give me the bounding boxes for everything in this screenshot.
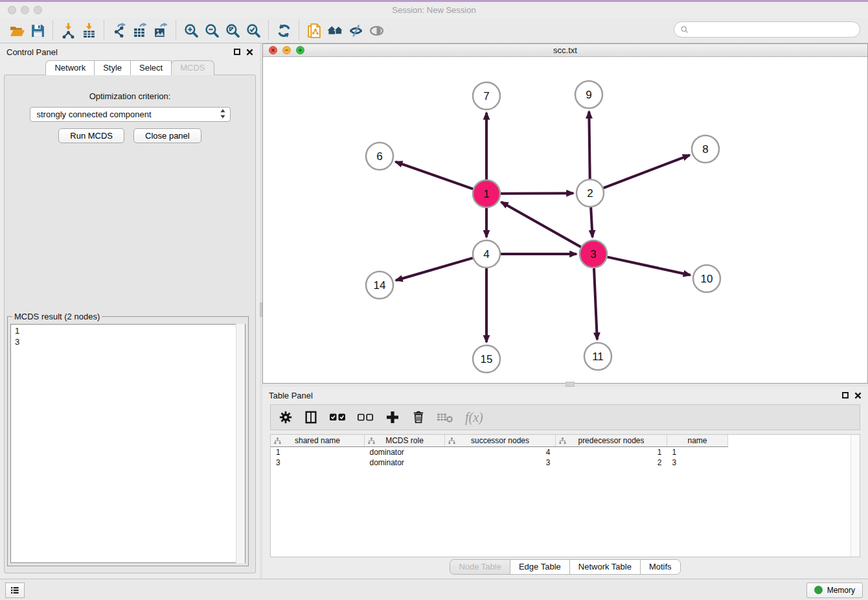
graph-edge-1-2[interactable] (501, 193, 573, 194)
table-cell[interactable]: dominator (365, 447, 445, 458)
network-canvas[interactable]: 1234678910111415 (263, 57, 867, 383)
graph-edge-2-9[interactable] (589, 111, 589, 179)
zoom-selected-button[interactable] (243, 20, 264, 41)
table-cell[interactable]: 3 (271, 457, 365, 468)
graph-node-15[interactable]: 15 (473, 345, 500, 373)
add-column-button[interactable] (385, 408, 400, 426)
unselect-all-columns-button[interactable] (357, 408, 374, 426)
float-panel-icon[interactable] (842, 392, 849, 398)
show-graphics-details-button[interactable] (366, 20, 387, 41)
graph-node-2[interactable]: 2 (577, 179, 604, 207)
table-cell[interactable]: 3 (667, 457, 728, 468)
maximize-icon[interactable] (34, 6, 42, 14)
graph-edge-4-14[interactable] (396, 258, 473, 281)
splitter-grip[interactable] (565, 382, 575, 387)
close-panel-icon[interactable] (246, 49, 253, 56)
result-scrollbar[interactable] (236, 324, 245, 563)
close-icon[interactable] (269, 46, 277, 54)
delete-table-button[interactable] (437, 408, 454, 426)
table-cell[interactable]: 3 (445, 457, 556, 468)
zoom-fit-button[interactable] (222, 20, 243, 41)
table-row[interactable]: 3dominator323 (271, 457, 728, 468)
graph-edge-1-6[interactable] (396, 162, 474, 189)
graph-edge-3-1[interactable] (501, 202, 581, 247)
table-cell[interactable]: 1 (556, 447, 667, 458)
search-box[interactable] (674, 21, 860, 38)
import-network-button[interactable] (58, 20, 78, 41)
graph-node-3[interactable]: 3 (580, 240, 607, 268)
memory-button[interactable]: Memory (806, 583, 863, 598)
graph-node-11[interactable]: 11 (584, 343, 611, 370)
search-input[interactable] (692, 24, 854, 35)
close-icon[interactable] (8, 6, 16, 14)
table-cell[interactable]: 2 (556, 457, 667, 468)
graph-edge-3-10[interactable] (607, 257, 690, 275)
graph-edge-2-3[interactable] (591, 207, 592, 237)
maximize-icon[interactable] (296, 46, 304, 54)
network-window-titlebar[interactable]: scc.txt (263, 44, 867, 57)
graph-node-4[interactable]: 4 (473, 240, 500, 268)
graph-node-14[interactable]: 14 (366, 271, 393, 299)
column-header-name[interactable]: name (667, 435, 728, 447)
run-mcds-button[interactable]: Run MCDS (58, 128, 124, 143)
split-panel-button[interactable] (304, 408, 318, 426)
settings-button[interactable] (279, 408, 293, 426)
column-header-shared-name[interactable]: shared name (271, 435, 365, 447)
apply-layout-button[interactable] (273, 20, 294, 41)
tab-network[interactable]: Network (45, 60, 95, 75)
delete-column-button[interactable] (411, 408, 426, 426)
column-header-successor-nodes[interactable]: successor nodes (445, 435, 556, 447)
column-header-MCDS-role[interactable]: MCDS role (365, 435, 445, 447)
graph-node-7[interactable]: 7 (473, 82, 500, 110)
table-cell[interactable]: dominator (365, 457, 445, 468)
graph-edge-3-11[interactable] (594, 268, 597, 340)
table-toolbar: f(x) (270, 404, 860, 430)
tab-node-table[interactable]: Node Table (450, 559, 510, 575)
export-network-button[interactable] (109, 20, 130, 41)
table-cell[interactable]: 1 (667, 447, 728, 458)
table-row[interactable]: 1dominator411 (271, 447, 728, 458)
new-network-button[interactable] (304, 20, 325, 41)
tab-network-table[interactable]: Network Table (569, 559, 641, 575)
select-all-columns-button[interactable] (329, 408, 346, 426)
tab-edge-table[interactable]: Edge Table (510, 559, 570, 575)
graph-node-9[interactable]: 9 (575, 81, 602, 108)
minimize-icon[interactable] (21, 6, 29, 14)
save-session-button[interactable] (27, 20, 48, 41)
table-scrollbar[interactable] (851, 435, 860, 557)
table-cell[interactable]: 1 (271, 447, 365, 458)
table-cell[interactable]: 4 (445, 447, 556, 458)
tab-motifs[interactable]: Motifs (640, 559, 681, 575)
float-panel-icon[interactable] (234, 49, 240, 55)
export-image-button[interactable] (150, 20, 171, 41)
zoom-out-button[interactable] (201, 20, 222, 41)
zoom-in-button[interactable] (181, 20, 201, 41)
close-panel-icon[interactable] (854, 392, 862, 399)
close-panel-button[interactable]: Close panel (133, 128, 201, 143)
home-button[interactable] (325, 20, 345, 41)
import-table-button[interactable] (78, 20, 99, 41)
graph-node-10[interactable]: 10 (693, 265, 720, 292)
optimization-criterion-select[interactable]: strongly connected component (30, 107, 231, 122)
import-table-icon (81, 23, 97, 39)
tab-style[interactable]: Style (94, 60, 131, 75)
graph-node-1[interactable]: 1 (473, 180, 500, 207)
function-builder-button[interactable]: f(x) (465, 408, 483, 426)
memory-label: Memory (827, 586, 855, 595)
tab-mcds[interactable]: MCDS (171, 60, 214, 75)
graph-node-6[interactable]: 6 (366, 143, 393, 170)
hide-graphics-details-button[interactable] (345, 20, 366, 41)
graph-edge-2-8[interactable] (604, 155, 690, 188)
mcds-result-text[interactable]: 1 3 (10, 324, 246, 563)
export-table-button[interactable] (130, 20, 150, 41)
open-session-button[interactable] (6, 20, 27, 41)
graph-node-8[interactable]: 8 (692, 135, 719, 163)
vertical-splitter[interactable] (260, 43, 262, 579)
minimize-icon[interactable] (282, 46, 291, 54)
task-history-button[interactable] (5, 583, 25, 598)
splitter-grip[interactable] (260, 303, 262, 317)
tab-select[interactable]: Select (130, 60, 172, 75)
network-graph[interactable]: 1234678910111415 (263, 57, 867, 383)
horizontal-splitter[interactable] (262, 384, 868, 387)
column-header-predecessor-nodes[interactable]: predecessor nodes (556, 435, 667, 447)
